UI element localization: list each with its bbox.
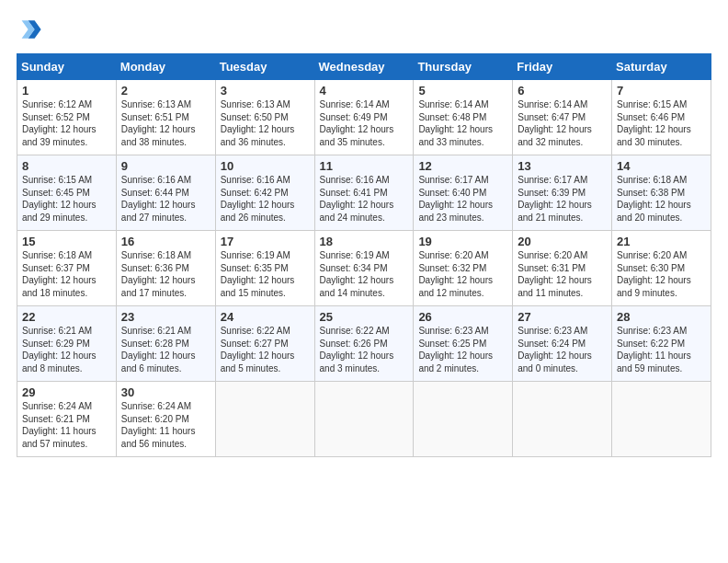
day-info: Sunrise: 6:24 AM Sunset: 6:21 PM Dayligh… <box>22 400 111 450</box>
day-info: Sunrise: 6:16 AM Sunset: 6:44 PM Dayligh… <box>121 174 210 224</box>
calendar-cell: 29Sunrise: 6:24 AM Sunset: 6:21 PM Dayli… <box>17 382 117 457</box>
day-info: Sunrise: 6:18 AM Sunset: 6:38 PM Dayligh… <box>617 174 706 224</box>
day-number: 3 <box>221 84 310 98</box>
logo <box>17 17 46 42</box>
calendar-cell: 23Sunrise: 6:21 AM Sunset: 6:28 PM Dayli… <box>116 306 215 382</box>
day-number: 9 <box>121 159 210 173</box>
day-number: 22 <box>22 310 111 324</box>
weekday-header-saturday: Saturday <box>612 54 711 80</box>
calendar-cell: 26Sunrise: 6:23 AM Sunset: 6:25 PM Dayli… <box>414 306 513 382</box>
day-info: Sunrise: 6:15 AM Sunset: 6:46 PM Dayligh… <box>617 98 706 148</box>
day-number: 28 <box>617 310 706 324</box>
calendar-cell: 1Sunrise: 6:12 AM Sunset: 6:52 PM Daylig… <box>17 80 117 155</box>
day-info: Sunrise: 6:22 AM Sunset: 6:27 PM Dayligh… <box>221 325 310 374</box>
day-info: Sunrise: 6:18 AM Sunset: 6:36 PM Dayligh… <box>121 249 210 299</box>
calendar-cell: 21Sunrise: 6:20 AM Sunset: 6:30 PM Dayli… <box>612 231 711 306</box>
day-number: 29 <box>22 385 111 399</box>
day-number: 6 <box>518 84 607 98</box>
calendar-cell: 13Sunrise: 6:17 AM Sunset: 6:39 PM Dayli… <box>513 155 612 231</box>
day-number: 18 <box>320 235 409 248</box>
day-number: 19 <box>418 235 507 248</box>
day-info: Sunrise: 6:20 AM Sunset: 6:32 PM Dayligh… <box>418 249 507 299</box>
calendar-cell: 9Sunrise: 6:16 AM Sunset: 6:44 PM Daylig… <box>116 155 215 231</box>
calendar-cell: 24Sunrise: 6:22 AM Sunset: 6:27 PM Dayli… <box>215 306 314 382</box>
weekday-header-wednesday: Wednesday <box>314 54 414 80</box>
calendar-cell: 19Sunrise: 6:20 AM Sunset: 6:32 PM Dayli… <box>414 231 513 306</box>
day-info: Sunrise: 6:19 AM Sunset: 6:35 PM Dayligh… <box>221 249 310 299</box>
day-number: 24 <box>221 310 310 324</box>
weekday-header-friday: Friday <box>513 54 612 80</box>
day-info: Sunrise: 6:21 AM Sunset: 6:28 PM Dayligh… <box>121 325 210 374</box>
calendar-cell <box>314 382 414 457</box>
day-info: Sunrise: 6:17 AM Sunset: 6:39 PM Dayligh… <box>518 174 607 224</box>
calendar-cell <box>612 382 711 457</box>
day-number: 17 <box>221 235 310 248</box>
day-info: Sunrise: 6:14 AM Sunset: 6:47 PM Dayligh… <box>518 98 607 148</box>
day-number: 20 <box>518 235 607 248</box>
calendar-cell: 28Sunrise: 6:23 AM Sunset: 6:22 PM Dayli… <box>612 306 711 382</box>
day-info: Sunrise: 6:24 AM Sunset: 6:20 PM Dayligh… <box>121 400 210 450</box>
day-number: 14 <box>617 159 706 173</box>
calendar-cell: 7Sunrise: 6:15 AM Sunset: 6:46 PM Daylig… <box>612 80 711 155</box>
day-number: 2 <box>121 84 210 98</box>
day-info: Sunrise: 6:12 AM Sunset: 6:52 PM Dayligh… <box>22 98 111 148</box>
day-number: 30 <box>121 385 210 399</box>
day-number: 13 <box>518 159 607 173</box>
calendar-cell: 4Sunrise: 6:14 AM Sunset: 6:49 PM Daylig… <box>314 80 414 155</box>
weekday-header-monday: Monday <box>116 54 215 80</box>
day-number: 1 <box>22 84 111 98</box>
day-number: 8 <box>22 159 111 173</box>
calendar-cell: 18Sunrise: 6:19 AM Sunset: 6:34 PM Dayli… <box>314 231 414 306</box>
day-number: 11 <box>320 159 409 173</box>
day-info: Sunrise: 6:16 AM Sunset: 6:42 PM Dayligh… <box>221 174 310 224</box>
calendar-cell <box>513 382 612 457</box>
day-number: 25 <box>320 310 409 324</box>
day-number: 7 <box>617 84 706 98</box>
weekday-header-sunday: Sunday <box>17 54 117 80</box>
day-info: Sunrise: 6:14 AM Sunset: 6:49 PM Dayligh… <box>320 98 409 148</box>
weekday-header-tuesday: Tuesday <box>215 54 314 80</box>
calendar-cell: 8Sunrise: 6:15 AM Sunset: 6:45 PM Daylig… <box>17 155 117 231</box>
calendar-cell: 14Sunrise: 6:18 AM Sunset: 6:38 PM Dayli… <box>612 155 711 231</box>
calendar-cell: 5Sunrise: 6:14 AM Sunset: 6:48 PM Daylig… <box>414 80 513 155</box>
day-info: Sunrise: 6:18 AM Sunset: 6:37 PM Dayligh… <box>22 249 111 299</box>
day-number: 21 <box>617 235 706 248</box>
calendar-cell: 27Sunrise: 6:23 AM Sunset: 6:24 PM Dayli… <box>513 306 612 382</box>
calendar-cell: 16Sunrise: 6:18 AM Sunset: 6:36 PM Dayli… <box>116 231 215 306</box>
day-number: 23 <box>121 310 210 324</box>
day-info: Sunrise: 6:20 AM Sunset: 6:30 PM Dayligh… <box>617 249 706 299</box>
day-number: 4 <box>320 84 409 98</box>
header <box>17 17 711 42</box>
calendar-cell: 30Sunrise: 6:24 AM Sunset: 6:20 PM Dayli… <box>116 382 215 457</box>
day-number: 15 <box>22 235 111 248</box>
day-info: Sunrise: 6:19 AM Sunset: 6:34 PM Dayligh… <box>320 249 409 299</box>
logo-icon <box>17 17 42 42</box>
page: SundayMondayTuesdayWednesdayThursdayFrid… <box>0 0 728 466</box>
day-info: Sunrise: 6:22 AM Sunset: 6:26 PM Dayligh… <box>320 325 409 374</box>
calendar-cell: 22Sunrise: 6:21 AM Sunset: 6:29 PM Dayli… <box>17 306 117 382</box>
day-info: Sunrise: 6:23 AM Sunset: 6:25 PM Dayligh… <box>418 325 507 374</box>
day-number: 16 <box>121 235 210 248</box>
calendar-cell: 15Sunrise: 6:18 AM Sunset: 6:37 PM Dayli… <box>17 231 117 306</box>
day-info: Sunrise: 6:21 AM Sunset: 6:29 PM Dayligh… <box>22 325 111 374</box>
day-number: 26 <box>418 310 507 324</box>
calendar-cell <box>215 382 314 457</box>
day-info: Sunrise: 6:16 AM Sunset: 6:41 PM Dayligh… <box>320 174 409 224</box>
calendar-cell: 2Sunrise: 6:13 AM Sunset: 6:51 PM Daylig… <box>116 80 215 155</box>
day-info: Sunrise: 6:23 AM Sunset: 6:22 PM Dayligh… <box>617 325 706 374</box>
calendar-cell: 6Sunrise: 6:14 AM Sunset: 6:47 PM Daylig… <box>513 80 612 155</box>
day-info: Sunrise: 6:17 AM Sunset: 6:40 PM Dayligh… <box>418 174 507 224</box>
calendar-cell: 10Sunrise: 6:16 AM Sunset: 6:42 PM Dayli… <box>215 155 314 231</box>
day-info: Sunrise: 6:15 AM Sunset: 6:45 PM Dayligh… <box>22 174 111 224</box>
day-info: Sunrise: 6:14 AM Sunset: 6:48 PM Dayligh… <box>418 98 507 148</box>
weekday-header-thursday: Thursday <box>414 54 513 80</box>
day-info: Sunrise: 6:20 AM Sunset: 6:31 PM Dayligh… <box>518 249 607 299</box>
day-number: 12 <box>418 159 507 173</box>
calendar-cell: 3Sunrise: 6:13 AM Sunset: 6:50 PM Daylig… <box>215 80 314 155</box>
calendar-cell: 25Sunrise: 6:22 AM Sunset: 6:26 PM Dayli… <box>314 306 414 382</box>
calendar-cell: 17Sunrise: 6:19 AM Sunset: 6:35 PM Dayli… <box>215 231 314 306</box>
day-number: 10 <box>221 159 310 173</box>
calendar-cell: 12Sunrise: 6:17 AM Sunset: 6:40 PM Dayli… <box>414 155 513 231</box>
day-number: 27 <box>518 310 607 324</box>
calendar-cell: 11Sunrise: 6:16 AM Sunset: 6:41 PM Dayli… <box>314 155 414 231</box>
